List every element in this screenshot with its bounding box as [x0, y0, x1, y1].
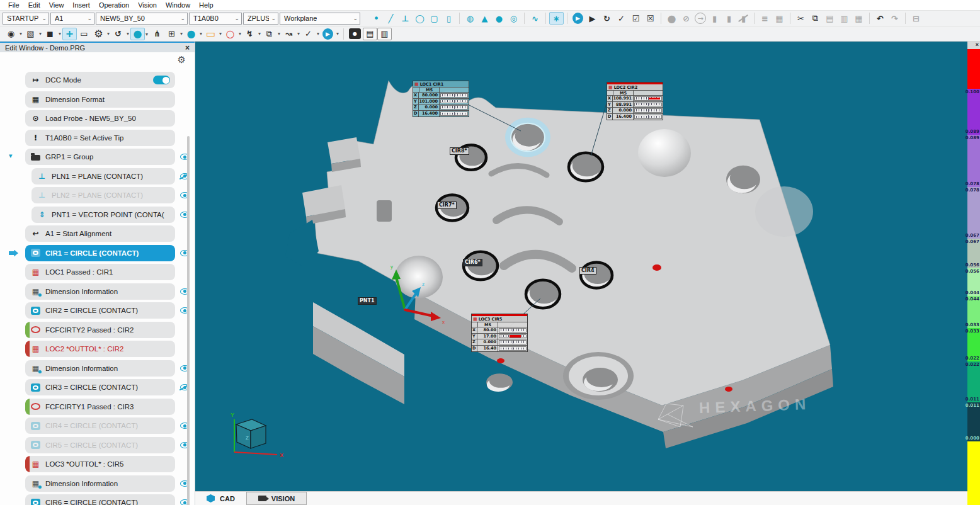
solid-view-icon[interactable]: ◼▾ — [43, 28, 57, 40]
circle-feature-icon[interactable]: ◯ — [413, 12, 427, 25]
paste-special-icon[interactable]: ▥ — [837, 12, 852, 25]
report-list-icon[interactable]: ≡ — [758, 12, 772, 25]
expander-icon[interactable]: ▾ — [9, 152, 13, 160]
close-icon[interactable]: × — [185, 43, 190, 52]
tree-item-button[interactable]: ▦LOC3 *OUTTOL* : CIR5 — [25, 456, 175, 472]
tree-item-button[interactable]: ▦LOC1 Passed : CIR1 — [25, 264, 175, 280]
sphere-feature-icon[interactable]: ● — [492, 12, 506, 25]
dropdown-arrow-icon[interactable]: ▾ — [107, 31, 110, 37]
combo-new5_by_50[interactable]: NEW5_BY_50 ⌄ — [96, 13, 188, 25]
combo-t1a0b0[interactable]: T1A0B0 ⌄ — [189, 13, 242, 25]
rect-feature-icon[interactable]: ▯ — [442, 12, 456, 25]
bookmark-remove-icon[interactable]: ▮ — [736, 12, 751, 25]
menu-vision[interactable]: Vision — [134, 1, 161, 9]
gear-options-icon[interactable]: ⚙▾ — [91, 28, 106, 40]
slot-tool-icon[interactable]: ▭▾ — [203, 28, 218, 40]
camera-snapshot-icon[interactable]: ● — [349, 28, 361, 39]
dropdown-arrow-icon[interactable]: ▾ — [127, 31, 129, 37]
point-feature-icon[interactable]: • — [369, 12, 384, 25]
comment-icon[interactable]: ▭ — [77, 28, 91, 40]
combo-startup[interactable]: STARTUP ⌄ — [3, 13, 49, 25]
menu-view[interactable]: View — [45, 1, 69, 9]
print-icon[interactable]: ⊟ — [909, 12, 923, 25]
dropdown-arrow-icon[interactable]: ▾ — [317, 31, 319, 37]
dropdown-arrow-icon[interactable]: ▾ — [258, 31, 261, 37]
combo-a1[interactable]: A1 ⌄ — [50, 13, 94, 25]
tree-item-button[interactable]: ↦DCC Mode — [25, 72, 175, 88]
execute-program-icon[interactable]: ▶ — [571, 12, 585, 25]
feature-selector-icon[interactable]: ⊞▾ — [164, 28, 179, 40]
bookmark-insert-icon[interactable]: ▮ — [722, 12, 736, 25]
dropdown-arrow-icon[interactable]: ▾ — [336, 31, 339, 37]
clipboard-grid-icon[interactable]: ▦ — [852, 12, 866, 25]
redo-icon[interactable]: ↷ — [887, 12, 902, 25]
copy-icon[interactable]: ⧉ — [808, 12, 823, 25]
graph-tool-icon[interactable]: ↯▾ — [242, 28, 257, 40]
menu-help[interactable]: Help — [195, 1, 218, 9]
tree-item-button[interactable]: !T1A0B0 = Set Active Tip — [25, 130, 175, 146]
tree-item-button[interactable]: FCFCIRTY1 Passed : CIR3 — [25, 399, 175, 415]
view-cube[interactable]: Y X Z — [231, 412, 283, 458]
dcc-toggle[interactable] — [153, 76, 170, 84]
combo-workplane[interactable]: Workplane ⌄ — [280, 13, 360, 25]
tree-item-button[interactable]: CIR1 = CIRCLE (CONTACT) — [25, 245, 175, 261]
line-feature-icon[interactable]: ╱ — [384, 12, 398, 25]
tree-item-button[interactable]: ⊥PLN2 = PLANE (CONTACT) — [31, 187, 175, 203]
menu-window[interactable]: Window — [161, 1, 195, 9]
tree-item-button[interactable]: ⊙Load Probe - NEW5_BY_50 — [25, 110, 175, 127]
cone-feature-icon[interactable]: ▲ — [477, 12, 492, 25]
window-layout-icon[interactable]: ⧉▾ — [262, 28, 276, 40]
mark-done-icon[interactable]: ✓ — [614, 12, 629, 25]
probe-vector-icon[interactable]: ⋔ — [150, 28, 164, 40]
tree-item-button[interactable]: CIR2 = CIRCLE (CONTACT) — [25, 302, 175, 319]
gear-icon[interactable]: ⚙ — [178, 54, 186, 65]
execute-from-cursor-icon[interactable]: ▶ — [585, 12, 600, 25]
tree-item-button[interactable]: FCFCIRTY2 Passed : CIR2 — [25, 322, 175, 338]
tab-vision[interactable]: VISION — [246, 492, 307, 505]
dropdown-arrow-icon[interactable]: ▾ — [297, 31, 300, 37]
wireframe-view-icon[interactable]: ▧▾ — [23, 28, 38, 40]
cancel-report-icon[interactable]: ☒ — [643, 12, 658, 25]
tree-item-button[interactable]: ⇕PNT1 = VECTOR POINT (CONTA( — [31, 207, 175, 223]
tree-item-button[interactable]: ▦Dimension Information — [25, 475, 175, 492]
dropdown-arrow-icon[interactable]: ▾ — [180, 31, 183, 37]
dropdown-arrow-icon[interactable]: ▾ — [20, 31, 22, 37]
menu-operation[interactable]: Operation — [94, 1, 134, 9]
rotate-view-icon[interactable]: ↺▾ — [111, 28, 125, 40]
sidebar-scrollbar[interactable] — [187, 136, 190, 505]
menu-insert[interactable]: Insert — [68, 1, 94, 9]
dropdown-arrow-icon[interactable]: ▾ — [39, 31, 42, 37]
tree-item-button[interactable]: GRP1 = Group — [25, 149, 175, 165]
color-scale-close-icon[interactable]: × — [967, 42, 980, 49]
loop-icon[interactable]: ↻ — [600, 12, 614, 25]
slot-feature-icon[interactable]: ▢ — [427, 12, 442, 25]
tree-item-button[interactable]: ▦Dimension Format — [25, 91, 175, 108]
stop-disabled-icon[interactable]: ⊘ — [679, 12, 693, 25]
tree-item-button[interactable]: CIR6 = CIRCLE (CONTACT) — [25, 494, 175, 505]
paste-icon[interactable]: ▤ — [823, 12, 837, 25]
cut-icon[interactable]: ✂ — [794, 12, 808, 25]
probe-mode-icon[interactable]: ◉▾ — [4, 28, 18, 40]
dropdown-arrow-icon[interactable]: ▾ — [145, 31, 148, 37]
tree-item-button[interactable]: CIR5 = CIRCLE (CONTACT) — [25, 437, 175, 453]
perpendicular-feature-icon[interactable]: ⊥ — [398, 12, 413, 25]
dim-callout-loc3[interactable]: ▦ LOC3 CIR5 MS X 80.00 Y 17.00 Z 0.000 D… — [471, 314, 528, 352]
tree-item-button[interactable]: CIR3 = CIRCLE (CONTACT) — [25, 379, 175, 395]
report-window-icon[interactable]: ▤ — [363, 28, 377, 40]
dropdown-arrow-icon[interactable]: ▾ — [200, 31, 202, 37]
execute-icon[interactable]: ▶▾ — [321, 28, 335, 40]
cylinder-feature-icon[interactable]: ◍ — [463, 12, 477, 25]
tree-item-button[interactable]: CIR4 = CIRCLE (CONTACT) — [25, 417, 175, 434]
confirm-icon[interactable]: ✓▾ — [301, 28, 316, 40]
stop-icon[interactable]: ● — [664, 12, 679, 25]
undo-icon[interactable]: ↶ — [873, 12, 887, 25]
menu-file[interactable]: File — [4, 1, 24, 9]
cad-viewport[interactable]: y z x Y X Z — [195, 42, 967, 491]
dim-callout-loc2[interactable]: ▦ LOC2 CIR2 MS X 108.991 Y 88.991 Z 0.00… — [607, 82, 663, 120]
tab-cad[interactable]: CAD — [195, 492, 246, 505]
measurement-path-icon[interactable]: ↝▾ — [282, 28, 296, 40]
probe-toolbox-icon[interactable]: ●▾ — [130, 28, 145, 40]
report-grid-icon[interactable]: ▦ — [772, 12, 787, 25]
continue-icon[interactable]: → — [695, 13, 706, 24]
tree-item-button[interactable]: ↩A1 = Start Alignment — [25, 225, 175, 242]
